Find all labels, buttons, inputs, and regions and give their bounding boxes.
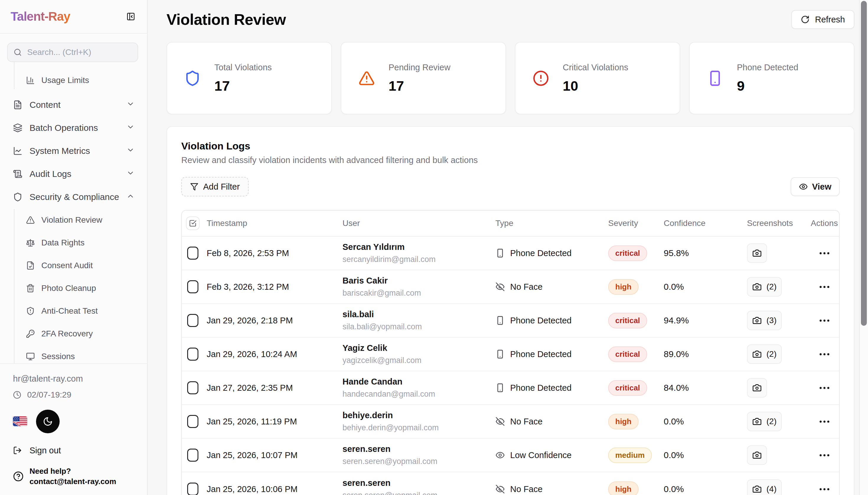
sidebar: Talent-Ray Usage Limits ContentBatch Ope… (0, 0, 147, 495)
sidebar-item-violation-review[interactable]: Violation Review (7, 208, 139, 231)
screenshot-count: (2) (766, 417, 777, 426)
row-checkbox[interactable] (187, 381, 198, 394)
collapse-sidebar-button[interactable] (126, 12, 135, 21)
row-checkbox[interactable] (187, 483, 198, 495)
row-actions-button[interactable] (817, 350, 832, 358)
session-time-label: 02/07-19:29 (27, 390, 71, 399)
screenshots-button[interactable] (747, 243, 767, 263)
row-checkbox[interactable] (187, 280, 198, 293)
severity-cell: critical (608, 346, 664, 362)
sidebar-group-audit-logs[interactable]: Audit Logs (7, 163, 139, 186)
sidebar-item-sessions[interactable]: Sessions (7, 345, 139, 363)
sidebar-group-label: System Metrics (30, 146, 90, 156)
confidence-cell: 89.0% (664, 349, 747, 359)
row-actions-button[interactable] (817, 249, 832, 257)
column-header-screenshots[interactable]: Screenshots (747, 219, 810, 228)
help-link[interactable]: Need help? contact@talent-ray.com (13, 466, 136, 487)
stats-row: Total Violations17Pending Review17Critic… (167, 42, 854, 114)
sign-out-label: Sign out (30, 446, 61, 456)
sidebar-group-label: Content (30, 100, 60, 110)
view-button[interactable]: View (791, 177, 840, 196)
select-all-cell (182, 217, 207, 230)
violations-table: Timestamp User Type Severity Confidence … (181, 210, 840, 495)
type-cell: Phone Detected (496, 316, 608, 325)
scroll-text-icon (13, 169, 22, 179)
sidebar-item-label: Anti-Cheat Test (41, 306, 98, 316)
row-actions-button[interactable] (817, 283, 832, 291)
type-cell: No Face (496, 484, 608, 494)
row-actions-button[interactable] (817, 451, 832, 459)
screenshots-button[interactable]: (4) (747, 479, 782, 495)
severity-cell: critical (608, 380, 664, 396)
screenshots-button[interactable] (747, 378, 767, 397)
user-name: Sercan Yıldırım (343, 242, 496, 252)
page-scrollbar[interactable] (859, 0, 868, 495)
severity-badge: critical (608, 346, 647, 362)
screenshots-button[interactable]: (3) (747, 311, 782, 330)
row-checkbox[interactable] (187, 415, 198, 428)
sidebar-item-2fa-recovery[interactable]: 2FA Recovery (7, 322, 139, 345)
sidebar-item-usage-limits[interactable]: Usage Limits (7, 71, 139, 90)
user-email: yagizcelik@gmail.com (343, 356, 496, 365)
language-toggle-button[interactable] (13, 416, 27, 426)
severity-cell: medium (608, 447, 664, 463)
sidebar-item-label: Consent Audit (41, 261, 93, 270)
row-actions-button[interactable] (817, 417, 832, 426)
screenshots-button[interactable] (747, 445, 767, 465)
column-header-severity[interactable]: Severity (608, 219, 664, 228)
sidebar-footer: hr@talent-ray.com 02/07-19:29 Sign out (0, 363, 147, 495)
stat-label: Critical Violations (563, 63, 628, 72)
sidebar-group-security-compliance[interactable]: Security & Compliance (7, 186, 139, 208)
brand-logo: Talent-Ray (11, 10, 70, 23)
chevron-down-icon (126, 146, 135, 154)
screenshots-button[interactable]: (2) (747, 344, 782, 364)
row-actions-button[interactable] (817, 384, 832, 392)
timestamp-cell: Jan 29, 2026, 2:18 PM (207, 316, 343, 325)
stat-card-phone-detected: Phone Detected9 (689, 42, 854, 114)
sidebar-group-system-metrics[interactable]: System Metrics (7, 139, 139, 163)
row-actions-button[interactable] (817, 485, 832, 493)
row-checkbox[interactable] (187, 449, 198, 462)
column-header-type[interactable]: Type (496, 219, 608, 228)
row-checkbox[interactable] (187, 314, 198, 327)
screenshots-button[interactable]: (2) (747, 412, 782, 431)
column-header-user[interactable]: User (343, 219, 496, 228)
shield-icon (184, 70, 201, 87)
screenshot-count: (3) (766, 316, 777, 325)
stat-label: Phone Detected (737, 63, 798, 72)
layers-icon (13, 123, 22, 133)
chevron-down-icon (126, 100, 135, 108)
row-checkbox[interactable] (187, 246, 198, 260)
timestamp-cell: Jan 25, 2026, 10:06 PM (207, 484, 343, 494)
smartphone-icon (707, 70, 723, 87)
table-row: Feb 8, 2026, 2:53 PMSercan Yıldırımserca… (182, 237, 839, 270)
user-cell: seren.serenseren.seren@yopmail.com (343, 478, 496, 495)
theme-toggle-button[interactable] (36, 410, 59, 433)
sidebar-group-content[interactable]: Content (7, 93, 139, 116)
refresh-button[interactable]: Refresh (791, 10, 854, 29)
column-header-timestamp[interactable]: Timestamp (207, 219, 343, 228)
search-input[interactable] (7, 42, 138, 62)
timestamp-cell: Feb 8, 2026, 2:53 PM (207, 249, 343, 258)
stat-card-pending-review: Pending Review17 (341, 42, 506, 114)
row-checkbox[interactable] (187, 348, 198, 361)
sidebar-item-consent-audit[interactable]: Consent Audit (7, 254, 139, 277)
column-header-actions[interactable]: Actions (810, 219, 839, 228)
sidebar-item-anti-cheat-test[interactable]: Anti-Cheat Test (7, 300, 139, 322)
sidebar-item-photo-cleanup[interactable]: Photo Cleanup (7, 277, 139, 300)
sign-out-button[interactable]: Sign out (13, 446, 136, 456)
scrollbar-thumb[interactable] (861, 1, 867, 326)
add-filter-button[interactable]: Add Filter (181, 177, 248, 197)
help-text: Need help? contact@talent-ray.com (30, 466, 116, 487)
screenshots-button[interactable]: (2) (747, 277, 782, 296)
bar-chart-icon (26, 76, 35, 85)
sidebar-group-batch-operations[interactable]: Batch Operations (7, 116, 139, 139)
stat-label: Total Violations (214, 63, 272, 72)
sidebar-item-data-rights[interactable]: Data Rights (7, 231, 139, 254)
user-email: bariscakir@gmail.com (343, 289, 496, 298)
select-all-button[interactable] (186, 217, 199, 230)
user-name: Yagiz Celik (343, 343, 496, 353)
column-header-confidence[interactable]: Confidence (664, 219, 747, 228)
row-actions-button[interactable] (817, 317, 832, 325)
camera-icon (752, 316, 762, 325)
